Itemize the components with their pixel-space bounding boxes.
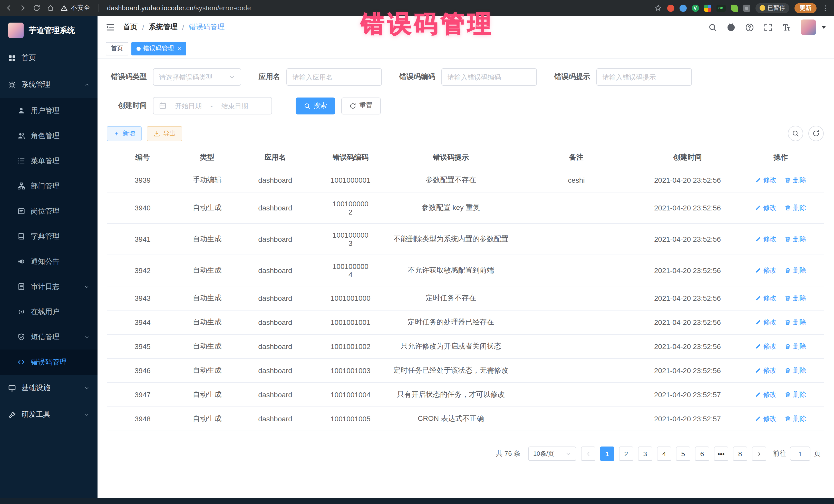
sidebar-item-users[interactable]: 用户管理 <box>0 98 97 123</box>
page-button-1[interactable]: 1 <box>600 446 614 461</box>
edit-link[interactable]: 修改 <box>755 414 776 423</box>
start-date-input[interactable] <box>169 102 207 110</box>
delete-link[interactable]: 删除 <box>785 366 806 375</box>
address-bar[interactable]: dashboard.yudao.iocoder.cn/system/error-… <box>107 4 251 12</box>
error-hint-field[interactable] <box>596 68 692 86</box>
breadcrumb-home[interactable]: 首页 <box>123 23 137 32</box>
page-button-5[interactable]: 5 <box>676 446 690 461</box>
browser-forward-icon[interactable] <box>19 4 27 12</box>
end-date-input[interactable] <box>216 102 254 110</box>
delete-link[interactable]: 删除 <box>785 293 806 303</box>
leaf-icon[interactable] <box>730 4 738 12</box>
error-type-select-input[interactable] <box>159 73 226 81</box>
sidebar-item-home[interactable]: 首页 <box>0 45 97 71</box>
cell-app: dashboard <box>236 334 314 358</box>
cell-actions: 修改删除 <box>738 358 824 382</box>
error-code-input[interactable] <box>447 73 531 81</box>
edit-link[interactable]: 修改 <box>755 235 776 244</box>
user-avatar[interactable] <box>800 20 816 35</box>
chevron-down-icon <box>84 334 89 339</box>
sidebar-item-system[interactable]: 系统管理 <box>0 71 97 98</box>
delete-link[interactable]: 删除 <box>785 390 806 399</box>
bookmark-star-icon[interactable] <box>654 4 662 12</box>
sidebar-item-departments[interactable]: 部门管理 <box>0 174 97 199</box>
page-button-6[interactable]: 6 <box>695 446 709 461</box>
page-button-•••[interactable]: ••• <box>714 446 728 461</box>
sidebar-item-menus[interactable]: 菜单管理 <box>0 148 97 174</box>
app-name-input[interactable] <box>292 73 376 81</box>
cell-type: 手动编辑 <box>178 168 236 192</box>
page-button-2[interactable]: 2 <box>619 446 633 461</box>
security-indicator[interactable]: 不安全 <box>61 4 90 12</box>
app-name-field[interactable] <box>286 68 382 86</box>
v-icon[interactable]: V <box>692 4 699 12</box>
sidebar-item-posts[interactable]: 岗位管理 <box>0 199 97 224</box>
edit-link[interactable]: 修改 <box>755 342 776 351</box>
page-button-3[interactable]: 3 <box>638 446 652 461</box>
delete-link[interactable]: 删除 <box>785 342 806 351</box>
page-button-4[interactable]: 4 <box>657 446 671 461</box>
record-icon[interactable] <box>667 4 674 12</box>
sidebar-item-dev-tools[interactable]: 研发工具 <box>0 401 97 428</box>
on-badge-icon[interactable]: on <box>716 4 725 12</box>
browser-reload-icon[interactable] <box>33 4 41 12</box>
caret-down-icon[interactable] <box>822 26 826 28</box>
delete-link[interactable]: 删除 <box>785 176 806 185</box>
paused-badge[interactable]: 已暂停 <box>755 3 789 13</box>
sidebar-item-sms[interactable]: 短信管理 <box>0 324 97 350</box>
browser-back-icon[interactable] <box>5 4 13 12</box>
fullscreen-icon[interactable] <box>764 23 772 31</box>
edit-link[interactable]: 修改 <box>755 366 776 375</box>
breadcrumb-system[interactable]: 系统管理 <box>149 23 178 32</box>
reset-button[interactable]: 重置 <box>341 97 381 114</box>
edit-link[interactable]: 修改 <box>755 266 776 275</box>
edit-link[interactable]: 修改 <box>755 203 776 213</box>
create-time-label: 创建时间 <box>107 101 147 110</box>
page-size-select[interactable]: 10条/页 <box>528 446 576 461</box>
next-page-button[interactable] <box>752 446 766 461</box>
delete-link[interactable]: 删除 <box>785 266 806 275</box>
refresh-table-button[interactable] <box>808 126 824 141</box>
github-icon[interactable] <box>727 23 736 31</box>
search-button[interactable]: 搜索 <box>295 97 335 114</box>
page-button-8[interactable]: 8 <box>733 446 747 461</box>
edit-link[interactable]: 修改 <box>755 318 776 327</box>
sidebar-item-online-users[interactable]: 在线用户 <box>0 299 97 324</box>
sidebar-item-error-codes[interactable]: 错误码管理 <box>0 350 97 375</box>
add-button[interactable]: ＋ 新增 <box>107 126 142 141</box>
tab-error-code[interactable]: 错误码管理× <box>131 42 186 55</box>
tab-home[interactable]: 首页 <box>106 42 128 55</box>
sidebar-item-roles[interactable]: 角色管理 <box>0 123 97 148</box>
edit-link[interactable]: 修改 <box>755 390 776 399</box>
edit-link[interactable]: 修改 <box>755 176 776 185</box>
error-code-field[interactable] <box>441 68 537 86</box>
goto-page-input[interactable] <box>790 446 810 461</box>
sidebar-item-notices[interactable]: 通知公告 <box>0 249 97 274</box>
sidebar-item-infrastructure[interactable]: 基础设施 <box>0 375 97 401</box>
date-range-picker[interactable]: - <box>153 97 272 114</box>
toggle-search-button[interactable] <box>788 126 803 141</box>
edit-link[interactable]: 修改 <box>755 293 776 303</box>
delete-link[interactable]: 删除 <box>785 203 806 213</box>
delete-link[interactable]: 删除 <box>785 318 806 327</box>
font-size-icon[interactable] <box>782 23 791 31</box>
delete-link[interactable]: 删除 <box>785 414 806 423</box>
sidebar-item-dicts[interactable]: 字典管理 <box>0 224 97 249</box>
delete-link[interactable]: 删除 <box>785 235 806 244</box>
browser-menu-icon[interactable] <box>822 4 829 12</box>
export-button[interactable]: 导出 <box>147 126 182 141</box>
goto-prefix: 前往 <box>773 449 786 458</box>
update-button[interactable]: 更新 <box>794 3 816 13</box>
help-icon[interactable] <box>745 23 754 31</box>
search-icon[interactable] <box>708 23 717 31</box>
hamburger-icon[interactable] <box>106 23 115 32</box>
browser-home-icon[interactable] <box>47 4 54 12</box>
error-type-select[interactable] <box>153 68 241 86</box>
drop-icon[interactable] <box>679 4 686 12</box>
grid-icon[interactable] <box>704 4 711 12</box>
prev-page-button[interactable] <box>581 446 595 461</box>
error-hint-input[interactable] <box>602 73 686 81</box>
sidebar-item-audit-logs[interactable]: 审计日志 <box>0 274 97 299</box>
close-icon[interactable]: × <box>178 45 181 51</box>
puzzle-icon[interactable] <box>743 4 750 12</box>
